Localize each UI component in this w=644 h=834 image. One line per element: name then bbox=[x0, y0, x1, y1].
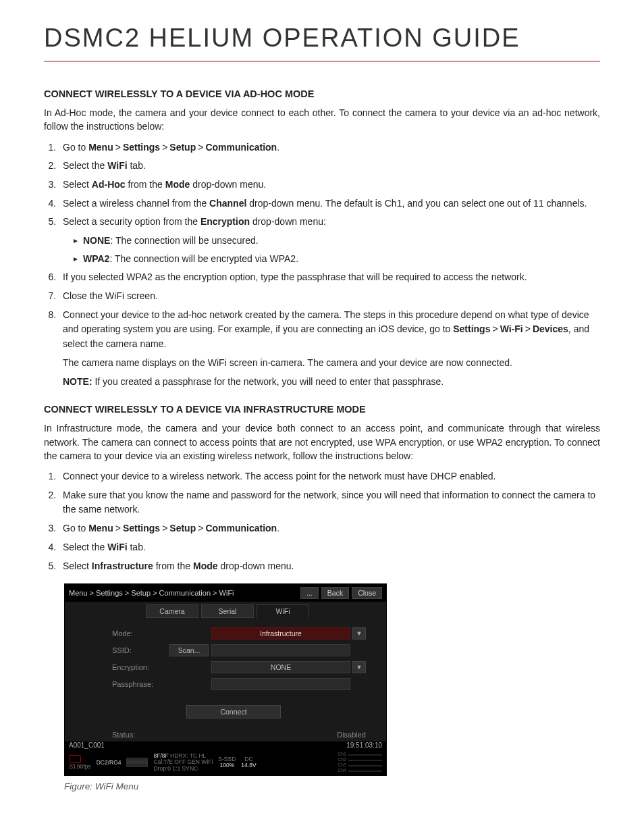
cam-mode-value[interactable]: Infrastructure bbox=[211, 627, 350, 640]
cam-pass-label: Passphrase: bbox=[112, 680, 169, 688]
s1-step4: Select a wireless channel from the Chann… bbox=[59, 197, 600, 211]
section1-list: Go to Menu>Settings>Setup>Communication.… bbox=[59, 140, 600, 390]
s1-menu: Menu bbox=[88, 142, 113, 153]
title-divider bbox=[44, 61, 600, 61]
cam-gen: GEN bbox=[188, 758, 200, 765]
s2-infra: Infrastructure bbox=[92, 561, 153, 571]
s1-note-b: NOTE: bbox=[63, 376, 92, 387]
bullet-wpa2-b: WPA2 bbox=[83, 253, 109, 264]
bullet-none-t: : The connection will be unsecured. bbox=[110, 235, 258, 246]
s1-step5: Select a security option from the Encryp… bbox=[59, 215, 600, 266]
s2-comm: Communication bbox=[205, 523, 277, 533]
cam-scan-button[interactable]: Scan... bbox=[169, 644, 209, 656]
s2-step5-post: drop-down menu. bbox=[218, 561, 294, 571]
cam-tab-camera[interactable]: Camera bbox=[146, 604, 198, 618]
s1-step8-wifi: Wi-Fi bbox=[500, 323, 523, 334]
cam-connect-button[interactable]: Connect bbox=[186, 705, 281, 719]
cam-ch2: Ch2 bbox=[338, 757, 346, 762]
s1-bullet-wpa2: WPA2: The connection will be encrypted v… bbox=[74, 252, 600, 267]
s1-wifi: WiFi bbox=[107, 160, 127, 171]
cam-hdrx-l: HDRX: bbox=[170, 752, 188, 759]
cam-clip: A001_C001 bbox=[69, 741, 105, 749]
s2-step4: Select the WiFi tab. bbox=[59, 540, 600, 555]
figure-caption: Figure: WiFi Menu bbox=[64, 781, 600, 791]
cam-dc: 14.8V bbox=[241, 762, 256, 768]
s1-step2-post: tab. bbox=[128, 160, 146, 171]
s1-enc: Encryption bbox=[200, 216, 250, 227]
camera-screenshot: Menu > Settings > Setup > Communication … bbox=[64, 583, 387, 776]
s1-adhoc: Ad-Hoc bbox=[92, 179, 126, 190]
s2-step5: Select Infrastructure from the Mode drop… bbox=[59, 559, 600, 574]
s1-bullet-none: NONE: The connection will be unsecured. bbox=[74, 234, 600, 249]
cam-status-value: Disabled bbox=[337, 731, 366, 739]
cam-timecode: 19:51:03:10 bbox=[346, 741, 382, 749]
chevron-down-icon[interactable]: ▼ bbox=[352, 627, 366, 640]
cam-status-label: Status: bbox=[112, 731, 337, 739]
section2-intro: In Infrastructure mode, the camera and y… bbox=[44, 421, 600, 463]
section1-intro: In Ad-Hoc mode, the camera and your devi… bbox=[44, 106, 600, 134]
cam-breadcrumb: Menu > Settings > Setup > Communication … bbox=[69, 589, 298, 597]
cam-ch1: Ch1 bbox=[338, 752, 346, 756]
s1-comm: Communication bbox=[205, 142, 277, 153]
s1-step1-pre: Go to bbox=[63, 142, 88, 153]
s1-step6: If you selected WPA2 as the encryption o… bbox=[59, 270, 600, 285]
cam-sync: SYNC bbox=[182, 765, 198, 772]
cam-ssid-label: SSID: bbox=[112, 646, 169, 654]
cam-enc-value[interactable]: NONE bbox=[211, 661, 350, 673]
cam-ch3: Ch3 bbox=[338, 762, 346, 767]
cam-pass-field[interactable] bbox=[211, 678, 350, 690]
s1-step8: Connect your device to the ad-hoc networ… bbox=[59, 308, 600, 389]
section1-heading: CONNECT WIRELESSLY TO A DEVICE VIA AD-HO… bbox=[44, 88, 600, 99]
cam-tc: TC bbox=[190, 752, 197, 759]
s1-note-t: If you created a passphrase for the netw… bbox=[92, 376, 444, 387]
s1-step2: Select the WiFi tab. bbox=[59, 159, 600, 174]
cam-off: OFF bbox=[174, 758, 186, 765]
s1-step3-pre: Select bbox=[63, 179, 92, 190]
s2-settings: Settings bbox=[123, 523, 160, 533]
page-title: DSMC2 HELIUM OPERATION GUIDE bbox=[44, 24, 600, 53]
cam-enc-label: Encryption: bbox=[112, 663, 169, 671]
cam-ch4: Ch4 bbox=[338, 768, 346, 773]
cam-color: DC2/RG4 bbox=[97, 759, 122, 766]
s1-step8-devices: Devices bbox=[533, 323, 568, 334]
s2-step3: Go to Menu>Settings>Setup>Communication. bbox=[59, 521, 600, 536]
s2-menu: Menu bbox=[88, 523, 113, 533]
cam-hl: HL bbox=[198, 752, 206, 759]
s2-step2: Make sure that you know the name and pas… bbox=[59, 488, 600, 517]
s1-settings: Settings bbox=[123, 142, 160, 153]
s1-step3: Select Ad-Hoc from the Mode drop-down me… bbox=[59, 178, 600, 192]
cam-dots-button[interactable]: ... bbox=[300, 587, 319, 599]
s1-step4-post: drop-down menu. The default is Ch1, and … bbox=[246, 198, 587, 209]
cam-close-button[interactable]: Close bbox=[352, 587, 382, 599]
s1-step8-p2: The camera name displays on the WiFi scr… bbox=[63, 356, 600, 371]
cam-back-button[interactable]: Back bbox=[321, 587, 349, 599]
cam-drop: Drop:0 bbox=[153, 765, 171, 772]
s1-channel: Channel bbox=[209, 198, 246, 209]
s1-step5-post: drop-down menu: bbox=[250, 216, 326, 227]
cam-ssd-l: S-SSD bbox=[218, 756, 236, 762]
s2-mode: Mode bbox=[193, 561, 218, 571]
section2-heading: CONNECT WIRELESSLY TO A DEVICE VIA INFRA… bbox=[44, 404, 600, 415]
s1-step5-pre: Select a security option from the bbox=[63, 216, 200, 227]
cam-fps: 23.98fps bbox=[69, 764, 91, 770]
s1-setup: Setup bbox=[169, 142, 196, 153]
s1-step8-settings: Settings bbox=[453, 323, 490, 334]
chevron-down-icon[interactable]: ▼ bbox=[352, 661, 366, 673]
cam-tab-wifi[interactable]: WiFi bbox=[257, 604, 309, 618]
section2-list: Connect your device to a wireless networ… bbox=[59, 469, 600, 573]
s2-step3-pre: Go to bbox=[63, 523, 88, 533]
cam-8f: 8F/8F bbox=[153, 752, 168, 759]
bullet-none-b: NONE bbox=[83, 235, 110, 246]
s1-step7: Close the WiFi screen. bbox=[59, 289, 600, 304]
s1-step3-mid: from the bbox=[126, 179, 165, 190]
cam-ssd: 100% bbox=[218, 762, 236, 768]
cam-ssid-field[interactable] bbox=[211, 644, 350, 656]
s2-step4-pre: Select the bbox=[63, 542, 107, 552]
cam-tab-serial[interactable]: Serial bbox=[201, 604, 254, 618]
cam-mode-label: Mode: bbox=[112, 629, 169, 637]
s1-step2-pre: Select the bbox=[63, 160, 107, 171]
s1-step4-pre: Select a wireless channel from the bbox=[63, 198, 209, 209]
cam-ratio: 1:1 bbox=[172, 765, 180, 772]
s1-mode: Mode bbox=[165, 179, 190, 190]
cam-footer: 23.98fps DC2/RG4 8F/8F HDRX: TC HL Cal:T… bbox=[65, 750, 386, 775]
